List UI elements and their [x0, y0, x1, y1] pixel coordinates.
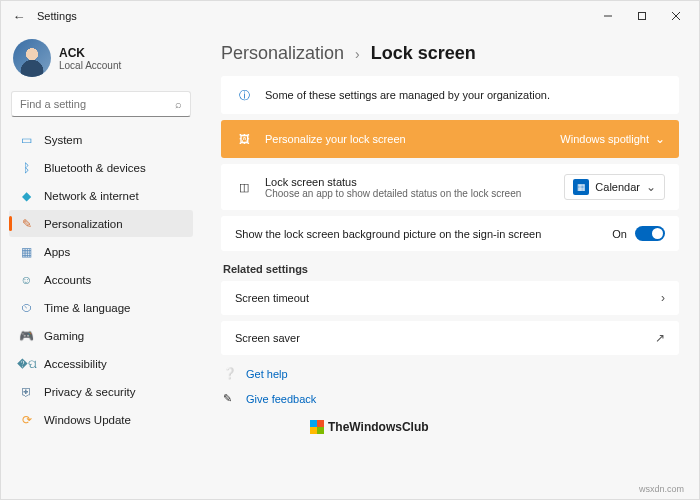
system-icon: ▭ [19, 132, 34, 147]
gaming-icon: 🎮 [19, 328, 34, 343]
get-help-link[interactable]: ❔ Get help [221, 361, 679, 386]
give-feedback-link[interactable]: ✎ Give feedback [221, 386, 679, 411]
screen-saver-row[interactable]: Screen saver ↗ [221, 321, 679, 355]
give-feedback-label: Give feedback [246, 393, 316, 405]
nav-label: Bluetooth & devices [44, 162, 146, 174]
status-app-dropdown[interactable]: ▦ Calendar ⌄ [564, 174, 665, 200]
chevron-down-icon: ⌄ [646, 180, 656, 194]
accounts-icon: ☺ [19, 272, 34, 287]
personalize-title: Personalize your lock screen [265, 133, 406, 145]
signin-bg-toggle[interactable] [635, 226, 665, 241]
nav-apps[interactable]: ▦Apps [9, 238, 193, 265]
network-icon: ◆ [19, 188, 34, 203]
search-box[interactable]: ⌕ [11, 91, 191, 117]
sidebar: ACK Local Account ⌕ ▭System ᛒBluetooth &… [1, 31, 201, 499]
nav-label: Accounts [44, 274, 91, 286]
update-icon: ⟳ [19, 412, 34, 427]
window-title: Settings [37, 10, 77, 22]
nav-privacy[interactable]: ⛨Privacy & security [9, 378, 193, 405]
privacy-icon: ⛨ [19, 384, 34, 399]
nav-personalization[interactable]: ✎Personalization [9, 210, 193, 237]
nav-label: Privacy & security [44, 386, 135, 398]
signin-bg-title: Show the lock screen background picture … [235, 228, 541, 240]
screen-timeout-title: Screen timeout [235, 292, 309, 304]
accessibility-icon: �ପ [19, 356, 34, 371]
nav-label: Time & language [44, 302, 131, 314]
nav-accounts[interactable]: ☺Accounts [9, 266, 193, 293]
nav-label: Personalization [44, 218, 123, 230]
search-icon: ⌕ [175, 98, 182, 110]
breadcrumb: Personalization › Lock screen [221, 43, 679, 64]
apps-icon: ▦ [19, 244, 34, 259]
personalize-value: Windows spotlight [560, 133, 649, 145]
lock-screen-status-row[interactable]: ◫ Lock screen status Choose an app to sh… [221, 164, 679, 210]
calendar-icon: ▦ [573, 179, 589, 195]
profile-block[interactable]: ACK Local Account [7, 35, 195, 87]
nav-label: Gaming [44, 330, 84, 342]
nav-bluetooth[interactable]: ᛒBluetooth & devices [9, 154, 193, 181]
help-icon: ❔ [223, 367, 238, 380]
picture-icon: 🖼 [235, 130, 253, 148]
bluetooth-icon: ᛒ [19, 160, 34, 175]
maximize-button[interactable] [625, 2, 659, 30]
info-icon: ⓘ [235, 86, 253, 104]
attribution: wsxdn.com [639, 484, 684, 494]
close-button[interactable] [659, 2, 693, 30]
signin-bg-row: Show the lock screen background picture … [221, 216, 679, 251]
nav-label: Network & internet [44, 190, 139, 202]
profile-name: ACK [59, 46, 121, 60]
status-value: Calendar [595, 181, 640, 193]
screen-timeout-row[interactable]: Screen timeout › [221, 281, 679, 315]
nav-label: Apps [44, 246, 70, 258]
status-sub: Choose an app to show detailed status on… [265, 188, 521, 199]
nav-time[interactable]: ⏲Time & language [9, 294, 193, 321]
personalization-icon: ✎ [19, 216, 34, 231]
chevron-right-icon: › [355, 46, 360, 62]
feedback-icon: ✎ [223, 392, 238, 405]
get-help-label: Get help [246, 368, 288, 380]
minimize-button[interactable] [591, 2, 625, 30]
nav-gaming[interactable]: 🎮Gaming [9, 322, 193, 349]
nav-update[interactable]: ⟳Windows Update [9, 406, 193, 433]
nav-label: Windows Update [44, 414, 131, 426]
status-title: Lock screen status [265, 176, 521, 188]
nav-label: System [44, 134, 82, 146]
titlebar: ← Settings [1, 1, 699, 31]
search-input[interactable] [20, 98, 175, 110]
nav-network[interactable]: ◆Network & internet [9, 182, 193, 209]
nav-list: ▭System ᛒBluetooth & devices ◆Network & … [7, 125, 195, 493]
org-managed-banner: ⓘ Some of these settings are managed by … [221, 76, 679, 114]
back-button[interactable]: ← [7, 9, 31, 24]
chevron-right-icon: › [661, 291, 665, 305]
chevron-down-icon: ⌄ [655, 132, 665, 146]
nav-accessibility[interactable]: �ପAccessibility [9, 350, 193, 377]
nav-system[interactable]: ▭System [9, 126, 193, 153]
open-external-icon: ↗ [655, 331, 665, 345]
personalize-lock-screen-row[interactable]: 🖼 Personalize your lock screen Windows s… [221, 120, 679, 158]
page-title: Lock screen [371, 43, 476, 63]
profile-sub: Local Account [59, 60, 121, 71]
main-content: Personalization › Lock screen ⓘ Some of … [201, 31, 699, 499]
nav-label: Accessibility [44, 358, 107, 370]
avatar [13, 39, 51, 77]
org-managed-text: Some of these settings are managed by yo… [265, 89, 550, 101]
breadcrumb-parent[interactable]: Personalization [221, 43, 344, 63]
related-settings-label: Related settings [223, 263, 679, 275]
status-icon: ◫ [235, 178, 253, 196]
time-icon: ⏲ [19, 300, 34, 315]
signin-bg-state: On [612, 228, 627, 240]
svg-rect-1 [639, 13, 646, 20]
screen-saver-title: Screen saver [235, 332, 300, 344]
